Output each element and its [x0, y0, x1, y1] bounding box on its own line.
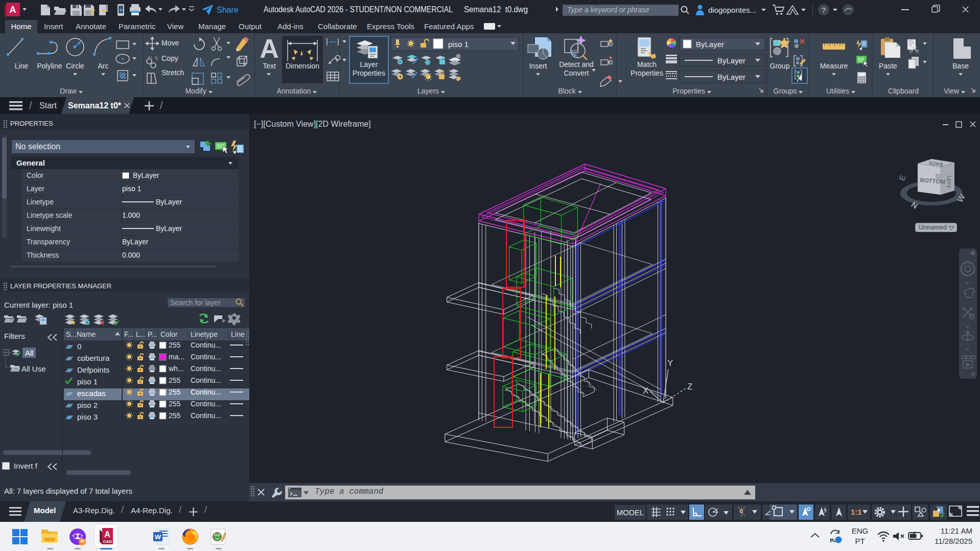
svg-text:W: W — [155, 533, 161, 541]
svg-text:X: X — [643, 386, 648, 396]
svg-text:Autodesk AutoCAD 2026 - STUDEN: Autodesk AutoCAD 2026 - STUDENT/NON COMM… — [264, 5, 453, 14]
svg-text:ma...: ma... — [169, 353, 184, 361]
svg-text:ByLayer: ByLayer — [717, 73, 745, 81]
svg-text:Continu...: Continu... — [191, 353, 221, 361]
svg-text:255: 255 — [169, 388, 181, 396]
svg-text:wh...: wh... — [168, 364, 184, 373]
svg-text:Share: Share — [217, 6, 239, 14]
svg-text:All: All — [25, 349, 34, 357]
svg-text:A: A — [260, 34, 279, 63]
svg-text:A: A — [104, 530, 110, 539]
svg-text:diogopontes...: diogopontes... — [708, 6, 756, 14]
svg-text:?: ? — [822, 6, 826, 14]
svg-text:Continu...: Continu... — [191, 364, 221, 373]
svg-text:Z: Z — [687, 382, 692, 392]
svg-text:Continu...: Continu... — [191, 341, 221, 349]
svg-text:Semana12 t0.dwg: Semana12 t0.dwg — [464, 5, 528, 14]
svg-text:Continu...: Continu... — [191, 388, 221, 396]
svg-text:Y: Y — [667, 358, 673, 368]
svg-text:All Use: All Use — [21, 364, 46, 373]
svg-text:E: E — [898, 174, 907, 182]
svg-text:255: 255 — [169, 411, 181, 420]
svg-text:255: 255 — [169, 400, 181, 408]
svg-text:ByLayer: ByLayer — [717, 56, 745, 65]
svg-text:Continu...: Continu... — [191, 400, 221, 408]
svg-text:A: A — [10, 5, 16, 15]
svg-text:ByLayer: ByLayer — [696, 40, 724, 49]
svg-text:255: 255 — [169, 341, 181, 349]
svg-text:Continu...: Continu... — [191, 411, 221, 420]
svg-text:CAD: CAD — [103, 539, 112, 544]
svg-text:255: 255 — [169, 376, 181, 384]
svg-text:piso 1: piso 1 — [448, 40, 469, 49]
svg-text:Continu...: Continu... — [191, 376, 221, 384]
svg-text:Type a keyword or phrase: Type a keyword or phrase — [567, 6, 649, 14]
